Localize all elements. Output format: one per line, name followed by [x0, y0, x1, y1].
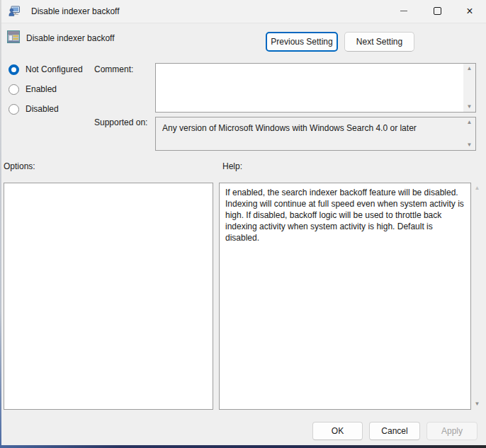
cancel-label: Cancel — [381, 426, 407, 436]
titlebar: Disable indexer backoff × — [0, 0, 486, 23]
radio-disabled[interactable]: Disabled — [9, 103, 59, 115]
help-scrollbar[interactable]: ▲ ▼ — [472, 183, 482, 410]
group-policy-app-icon — [9, 6, 20, 17]
apply-label: Apply — [441, 426, 463, 436]
scroll-up-icon[interactable]: ▲ — [475, 185, 480, 191]
supported-on-label: Supported on: — [94, 117, 147, 127]
next-setting-label: Next Setting — [356, 37, 402, 47]
scroll-down-icon[interactable]: ▼ — [467, 104, 473, 110]
ok-button[interactable]: OK — [312, 422, 363, 440]
scroll-up-icon[interactable]: ▲ — [467, 66, 473, 71]
comment-scrollbar[interactable]: ▲ ▼ — [463, 64, 475, 112]
comment-textbox[interactable]: ▲ ▼ — [155, 63, 476, 113]
supported-scrollbar[interactable]: ▲ ▼ — [463, 117, 475, 150]
radio-not-configured[interactable]: Not Configured — [9, 64, 83, 75]
window-left-edge — [0, 0, 1, 445]
previous-setting-button[interactable]: Previous Setting — [266, 32, 338, 52]
radio-label: Not Configured — [26, 64, 83, 74]
supported-on-textbox: Any version of Microsoft Windows with Wi… — [155, 117, 476, 151]
apply-button-disabled: Apply — [426, 422, 477, 440]
minimize-button[interactable] — [388, 0, 420, 22]
scroll-up-icon[interactable]: ▲ — [467, 120, 473, 125]
scroll-down-icon[interactable]: ▼ — [475, 401, 480, 407]
radio-unselected-icon — [9, 104, 19, 115]
help-panel: If enabled, the search indexer backoff f… — [219, 183, 471, 410]
policy-setting-icon — [7, 30, 20, 43]
comment-label: Comment: — [94, 64, 133, 74]
ok-label: OK — [332, 426, 344, 436]
previous-setting-label: Previous Setting — [271, 37, 332, 47]
window-title: Disable indexer backoff — [31, 6, 120, 16]
radio-selected-icon — [9, 64, 19, 75]
policy-name: Disable indexer backoff — [26, 33, 115, 43]
maximize-icon — [434, 7, 441, 15]
radio-label: Enabled — [26, 84, 57, 94]
scroll-down-icon[interactable]: ▼ — [467, 142, 473, 148]
radio-label: Disabled — [26, 104, 59, 114]
minimize-icon — [400, 11, 407, 11]
close-button[interactable]: × — [453, 0, 486, 22]
supported-on-value: Any version of Microsoft Windows with Wi… — [162, 123, 458, 133]
window-bottom-edge — [0, 445, 486, 448]
radio-enabled[interactable]: Enabled — [9, 84, 57, 95]
options-label: Options: — [4, 161, 35, 171]
maximize-button[interactable] — [421, 0, 453, 22]
options-panel — [4, 183, 213, 410]
cancel-button[interactable]: Cancel — [369, 422, 420, 440]
policy-setting-dialog: Disable indexer backoff × Disable indexe… — [0, 0, 486, 448]
help-label: Help: — [222, 161, 242, 171]
close-icon: × — [466, 6, 473, 17]
radio-unselected-icon — [9, 84, 19, 95]
next-setting-button[interactable]: Next Setting — [344, 32, 414, 52]
help-text: If enabled, the search indexer backoff f… — [225, 188, 464, 243]
